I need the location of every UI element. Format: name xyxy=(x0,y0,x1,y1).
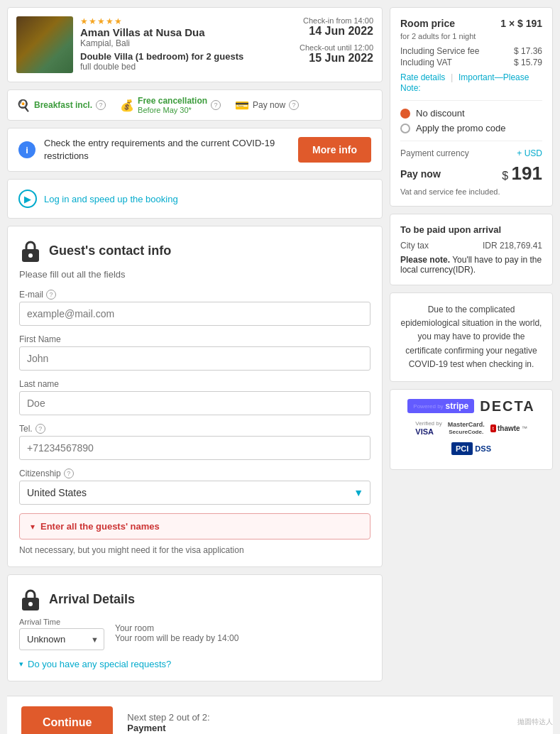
room-price-label: Room price xyxy=(400,18,455,29)
discount-section: No discount Apply the promo code xyxy=(400,108,542,133)
svg-point-3 xyxy=(28,602,33,606)
price-card: Room price 1 × $ 191 for 2 adults for 1 … xyxy=(390,7,553,207)
room-ready-text: Your room Your room will be ready by 14:… xyxy=(115,623,238,643)
citizenship-select-wrapper: United States ▼ xyxy=(19,481,370,505)
guests-expand-button[interactable]: ▾ Enter all the guests' names xyxy=(19,513,370,539)
arrival-time-select[interactable]: Unknown 14:00 15:00 16:00 17:00 18:00 xyxy=(19,628,104,650)
amenities-bar: 🍳 Breakfast incl. ? 💰 Free cancellation … xyxy=(7,89,383,121)
tel-field[interactable] xyxy=(19,436,370,460)
payment-logos-row-2: Verified by VISA MasterCard. SecureCode.… xyxy=(399,420,544,437)
verified-visa-logo: Verified by VISA xyxy=(415,420,441,437)
tel-group: Tel. ? xyxy=(19,424,370,460)
arrival-lock-icon xyxy=(19,586,42,612)
checkin-info: Check-in from 14:00 14 Jun 2022 Check-ou… xyxy=(281,16,373,73)
covid-warning-section: Due to the complicated epidemiological s… xyxy=(390,292,553,382)
bed-type: full double bed xyxy=(80,62,274,72)
special-requests-link[interactable]: ▾ Do you have any special requests? xyxy=(19,659,370,669)
pay-now-amount: $ 191 xyxy=(502,163,542,185)
lastname-group: Last name xyxy=(19,379,370,415)
hotel-name: Aman Villas at Nusa Dua xyxy=(80,26,274,38)
covid-notice: i Check the entry requirements and the c… xyxy=(7,128,383,172)
expand-arrow-icon: ▾ xyxy=(31,522,35,532)
lastname-field[interactable] xyxy=(19,391,370,415)
price-divider xyxy=(400,100,542,101)
special-requests-arrow-icon: ▾ xyxy=(19,659,23,669)
hotel-location: Kampial, Bali xyxy=(80,38,274,48)
currency-label: Payment currency xyxy=(400,148,469,158)
email-group: E-mail ? xyxy=(19,290,370,326)
city-tax-label: City tax xyxy=(400,241,429,251)
login-arrow-icon: ▶ xyxy=(18,190,37,208)
login-link[interactable]: Log in and speed up the booking xyxy=(44,194,178,204)
pay-now-label: Pay now xyxy=(400,168,441,180)
continue-button[interactable]: Continue xyxy=(21,706,113,734)
arrival-section-header: Arrival Details xyxy=(19,586,370,612)
payment-logos-row-1: Powered by stripe DECTA xyxy=(399,398,544,415)
paynow-text: Pay now xyxy=(253,100,285,110)
pay-now-row: Pay now $ 191 xyxy=(400,163,542,185)
guest-section-title: Guest's contact info xyxy=(49,243,171,258)
promo-code-radio-row[interactable]: Apply the promo code xyxy=(400,123,542,133)
email-field[interactable] xyxy=(19,302,370,326)
paynow-help-icon[interactable]: ? xyxy=(289,100,299,110)
checkin-date: 14 Jun 2022 xyxy=(281,25,373,38)
arrival-time-group: Arrival Time Unknown 14:00 15:00 16:00 1… xyxy=(19,618,104,650)
firstname-label: First Name xyxy=(19,334,370,344)
guest-section-subtitle: Please fill out all the fields xyxy=(19,269,370,280)
citizenship-group: Citizenship ? United States ▼ xyxy=(19,469,370,505)
pci-dss-logo: PCI DSS xyxy=(451,442,491,455)
more-info-button[interactable]: More info xyxy=(298,137,371,163)
firstname-field[interactable] xyxy=(19,346,370,371)
room-type: Double Villa (1 bedroom) for 2 guests xyxy=(80,51,274,62)
rate-details-link[interactable]: Rate details xyxy=(400,72,445,82)
guests-note: Not necessary, but you might need it for… xyxy=(19,545,370,555)
email-label: E-mail ? xyxy=(19,290,370,300)
paynow-amenity: 💳 Pay now ? xyxy=(235,99,299,112)
tel-label: Tel. ? xyxy=(19,424,370,434)
city-tax-amount: IDR 218,769.41 xyxy=(483,241,542,251)
special-requests-text: Do you have any special requests? xyxy=(28,659,171,669)
dollar-sign: $ xyxy=(502,170,511,182)
firstname-group: First Name xyxy=(19,334,370,371)
promo-code-radio[interactable] xyxy=(400,124,410,133)
price-divider-2 xyxy=(400,141,542,141)
no-discount-radio[interactable] xyxy=(400,109,410,119)
covid-warning-text: Due to the complicated epidemiological s… xyxy=(401,305,542,369)
citizenship-help-icon[interactable]: ? xyxy=(64,469,74,478)
arrival-select-wrapper: Unknown 14:00 15:00 16:00 17:00 18:00 ▼ xyxy=(19,628,104,650)
vat-label: Including VAT xyxy=(400,57,452,67)
thawte-logo: t thawte ™ xyxy=(490,424,527,432)
arrival-section: Arrival Details Arrival Time Unknown 14:… xyxy=(7,574,383,681)
hotel-stars: ★★★★★ xyxy=(80,16,274,26)
email-help-icon[interactable]: ? xyxy=(46,290,56,300)
citizenship-label: Citizenship ? xyxy=(19,469,370,478)
tel-help-icon[interactable]: ? xyxy=(35,424,45,434)
hotel-image xyxy=(16,16,73,73)
citizenship-select[interactable]: United States xyxy=(19,481,370,505)
arrival-time-row: Arrival Time Unknown 14:00 15:00 16:00 1… xyxy=(19,618,370,650)
hotel-info: ★★★★★ Aman Villas at Nusa Dua Kampial, B… xyxy=(80,16,274,73)
svg-point-1 xyxy=(28,253,33,258)
breakfast-amenity: 🍳 Breakfast incl. ? xyxy=(16,99,106,112)
cancellation-sub: Before May 30* xyxy=(138,106,207,114)
service-fee-amount: $ 17.36 xyxy=(514,46,542,56)
step-info-text: Next step 2 out of 2: xyxy=(127,712,209,723)
city-tax-row: City tax IDR 218,769.41 xyxy=(400,241,542,251)
payment-logos-section: Powered by stripe DECTA Verified by VISA… xyxy=(390,389,553,470)
paynow-icon: 💳 xyxy=(235,99,249,112)
checkout-date: 15 Jun 2022 xyxy=(281,52,373,65)
lastname-label: Last name xyxy=(19,379,370,389)
breakfast-text: Breakfast incl. xyxy=(34,100,92,110)
guest-contact-section: Guest's contact info Please fill out all… xyxy=(7,226,383,567)
arrival-payment-title: To be paid upon arrival xyxy=(400,224,542,235)
vat-row: Including VAT $ 15.79 xyxy=(400,57,542,67)
watermark: 拋圆特达人 xyxy=(517,717,553,727)
no-discount-radio-row[interactable]: No discount xyxy=(400,108,542,119)
bottom-bar: Continue Next step 2 out of 2: Payment xyxy=(7,696,553,734)
service-fee-row: Including Service fee $ 17.36 xyxy=(400,46,542,56)
cancellation-help-icon[interactable]: ? xyxy=(211,100,221,110)
price-header-row: Room price 1 × $ 191 xyxy=(400,18,542,29)
arrival-section-title: Arrival Details xyxy=(49,592,135,607)
currency-row: Payment currency + USD xyxy=(400,148,542,158)
breakfast-help-icon[interactable]: ? xyxy=(96,100,106,110)
